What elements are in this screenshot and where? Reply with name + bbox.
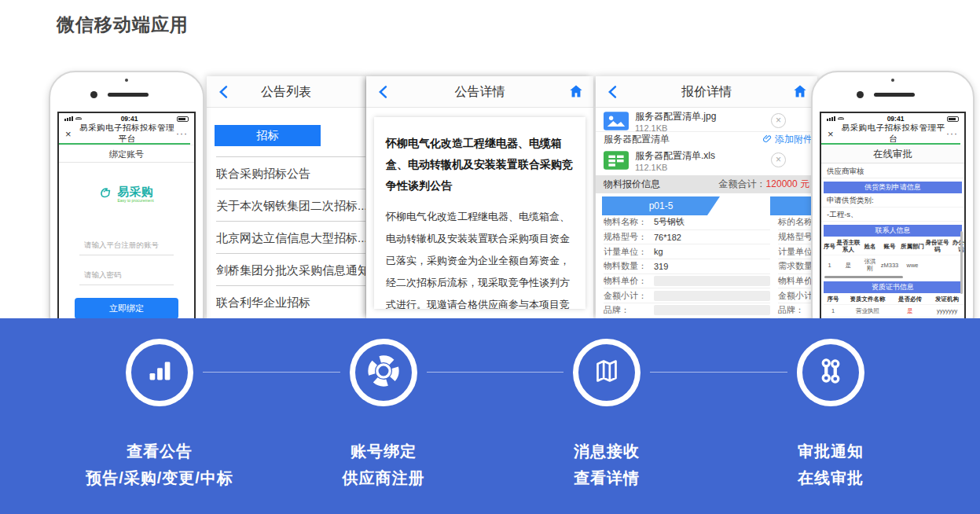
material-quote-title: 物料报价信息 xyxy=(604,178,660,191)
sheet-file-icon xyxy=(604,151,629,173)
close-icon[interactable]: × xyxy=(828,128,840,140)
wifi-icon xyxy=(838,117,844,120)
speaker-icon xyxy=(108,93,149,97)
apply-category-value: -工程-s、 xyxy=(821,207,964,222)
contact-table: 序号是否主联系人 姓名账号 所属部门身份证号码 办公电话 1是 张洪刚zM333… xyxy=(824,237,966,274)
list-item[interactable]: 联合利华企业招标 xyxy=(216,286,365,318)
feature-label-account: 账号绑定供应商注册 xyxy=(266,438,501,491)
form-row: 规格型号：76*182 xyxy=(604,230,770,245)
feature-circle-approval xyxy=(797,339,864,406)
paperclip-icon xyxy=(762,134,773,146)
add-attachment-link[interactable]: 添加附件 xyxy=(762,133,813,146)
tab-other[interactable] xyxy=(321,125,365,146)
list-tabbar: 招标 xyxy=(215,125,365,146)
battery-icon xyxy=(947,116,959,122)
more-icon[interactable]: ··· xyxy=(176,128,188,139)
webview-bar: × 易采购电子招标投标管理平台 ··· xyxy=(59,124,194,143)
list-item[interactable]: 关于本次钢铁集团二次招标... xyxy=(216,189,365,222)
quote-card-title: 报价详情 xyxy=(596,84,817,101)
more-icon[interactable]: ··· xyxy=(946,128,958,139)
logo-subtitle: Easy to procurement xyxy=(117,198,153,203)
webview-title: 易采购电子招标投标管理平台 xyxy=(78,123,176,145)
bind-account-header: 绑定账号 xyxy=(59,145,194,163)
section-certificates: 资质证书信息 xyxy=(824,281,962,293)
form-row: 物料单价： xyxy=(604,274,770,289)
home-icon[interactable] xyxy=(568,83,584,99)
feature-label-announcements: 查看公告预告/采购/变更/中标 xyxy=(42,438,277,491)
password-input[interactable]: 请输入密码 xyxy=(79,266,174,285)
page: 微信移动端应用 公告列表 招标 联合采购招标公告 关于本次钢铁集团二次招标...… xyxy=(0,0,980,514)
approval-screen: 09:41 × 易采购电子招标投标管理平台 ··· 在线审批 供应商审核 供货类… xyxy=(820,112,966,342)
remove-attachment-icon[interactable]: × xyxy=(771,113,786,128)
webview-title: 易采购电子招标投标管理平台 xyxy=(840,123,946,145)
login-screen: 09:41 × 易采购电子招标投标管理平台 ··· 绑定账号 易采购 Easy … xyxy=(57,112,196,342)
map-icon xyxy=(589,353,625,392)
camera-dot-icon xyxy=(125,79,128,82)
form-row: 物料名称：5号钢铁 xyxy=(604,215,770,230)
material-quote-bar: 物料报价信息 金额合计：120000 元 xyxy=(596,175,817,193)
announcement-detail-card: 公告详情 怀柳电气化改造工程继电器、电缆箱盒、电动转辙机及安装装置联合采购竞争性… xyxy=(366,76,593,318)
vertical-scrollbar[interactable] xyxy=(960,231,963,294)
announcement-list-card: 公告列表 招标 联合采购招标公告 关于本次钢铁集团二次招标... 北京网达立信信… xyxy=(207,76,365,318)
section-contact-info: 联系人信息 xyxy=(824,225,962,237)
page-title: 微信移动端应用 xyxy=(57,13,189,37)
list-item[interactable]: 北京网达立信信息大型招标... xyxy=(216,222,365,254)
announcement-body-card: 怀柳电气化改造工程继电器、电缆箱盒、电动转辙机及安装装置联合采购竞争性谈判公告 … xyxy=(374,117,585,309)
attachment-name: 服务器配置清单.jpg xyxy=(635,111,716,123)
signal-icon xyxy=(64,116,73,121)
unit-price-input[interactable] xyxy=(654,276,770,286)
connector-line xyxy=(203,372,340,373)
battery-icon xyxy=(177,116,189,122)
form-row: 金额小计： xyxy=(604,288,770,303)
feature-circle-announcements xyxy=(126,339,193,406)
lifebuoy-icon xyxy=(365,353,402,392)
attachment-group-label: 服务器配置清单 xyxy=(604,134,670,145)
material-form: 物料名称：5号钢铁 规格型号：76*182 计量单位：kg 物料数量：319 物… xyxy=(604,215,770,318)
bar-chart-icon xyxy=(141,353,178,392)
section-supply-category: 供货类别申请信息 xyxy=(824,182,962,193)
link-nodes-icon xyxy=(813,353,849,392)
attachment-row: 服务器配置清单.xls 112.1KB xyxy=(604,150,715,173)
detail-card-header: 公告详情 xyxy=(366,76,593,108)
apply-category-label: 申请供货类别: xyxy=(821,193,964,207)
form-row: 品牌： xyxy=(604,303,770,318)
account-input[interactable]: 请输入平台注册的账号 xyxy=(79,236,174,255)
feature-label-approval: 审批通知在线审批 xyxy=(713,438,949,491)
quote-card-header: 报价详情 xyxy=(596,76,817,108)
speaker-icon xyxy=(874,93,915,97)
remove-attachment-icon[interactable]: × xyxy=(771,152,786,167)
wifi-icon xyxy=(75,117,82,120)
front-camera-icon xyxy=(857,91,864,98)
front-camera-icon xyxy=(90,91,97,98)
list-card-header: 公告列表 xyxy=(207,76,365,108)
list-item[interactable]: 联合采购招标公告 xyxy=(216,157,365,189)
feature-circle-account xyxy=(350,339,417,406)
tab-bidding[interactable]: 招标 xyxy=(215,125,321,146)
divider xyxy=(596,131,817,132)
announcement-headline: 怀柳电气化改造工程继电器、电缆箱盒、电动转辙机及安装装置联合采购竞争性谈判公告 xyxy=(386,133,574,196)
subtotal-input[interactable] xyxy=(654,291,770,301)
quote-detail-card: 报价详情 服务器配置清单.jpg 112.1KB × 服务器配置清单 添加附件 xyxy=(596,76,817,318)
clock: 09:41 xyxy=(844,115,947,123)
horizontal-scrollbar[interactable] xyxy=(824,276,903,278)
bind-now-button[interactable]: 立即绑定 xyxy=(75,298,178,319)
attachment-row: 服务器配置清单.jpg 112.1KB xyxy=(604,111,716,134)
total-amount: 金额合计：120000 元 xyxy=(719,178,809,191)
feature-circle-messages xyxy=(573,339,640,406)
material-tab-p01-5[interactable]: p01-5 xyxy=(602,196,720,215)
form-row: 物料数量：319 xyxy=(604,259,770,274)
form-row: 计量单位：kg xyxy=(604,244,770,259)
list-item[interactable]: 剑桥集团分批次采购信息通知 xyxy=(216,254,365,286)
logo-icon xyxy=(99,185,114,203)
connector-line xyxy=(650,372,787,373)
brand-input[interactable] xyxy=(654,305,770,315)
clock: 09:41 xyxy=(82,115,177,123)
home-icon[interactable] xyxy=(792,83,808,99)
list-card-title: 公告列表 xyxy=(207,84,365,101)
announcement-body: 怀柳电气化改造工程继电器、电缆箱盒、电动转辙机及安装装置联合采购项目资金已落实，… xyxy=(386,206,574,309)
close-icon[interactable]: × xyxy=(65,128,78,140)
camera-dot-icon xyxy=(891,79,894,82)
supplier-review-label: 供应商审核 xyxy=(821,163,964,178)
feature-band: 查看公告预告/采购/变更/中标 账号绑定供应商注册 消息接收查看详情 审批通知在… xyxy=(0,318,980,514)
logo: 易采购 Easy to procurement xyxy=(59,185,194,203)
